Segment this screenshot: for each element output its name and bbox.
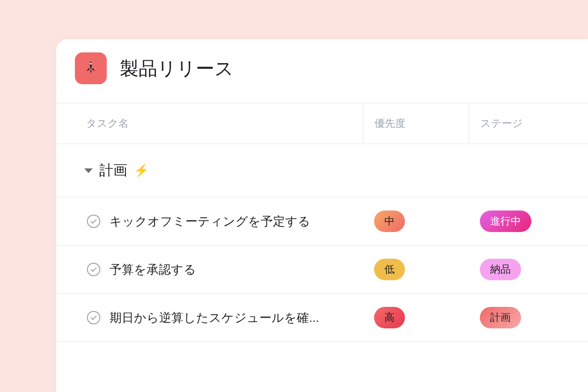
task-name-cell: 予算を承認する — [56, 261, 363, 278]
task-stage-cell: 納品 — [469, 259, 588, 280]
rocket-icon — [75, 52, 107, 84]
priority-badge[interactable]: 高 — [374, 307, 405, 328]
project-card: 製品リリース タスク名 優先度 ステージ 計画 ⚡ キックオフミーティングを予定… — [56, 39, 588, 392]
task-row[interactable]: 予算を承認する低納品 — [56, 246, 588, 294]
section-header[interactable]: 計画 ⚡ — [56, 144, 588, 197]
task-priority-cell: 低 — [363, 259, 469, 280]
task-name: 期日から逆算したスケジュールを確... — [110, 310, 319, 326]
task-priority-cell: 中 — [363, 211, 469, 232]
check-circle-icon[interactable] — [86, 214, 101, 229]
task-stage-cell: 進行中 — [469, 211, 588, 232]
project-header: 製品リリース — [56, 39, 588, 103]
task-stage-cell: 計画 — [469, 307, 588, 328]
column-header-priority[interactable]: 優先度 — [363, 103, 469, 144]
bolt-icon: ⚡ — [134, 163, 149, 178]
check-circle-icon[interactable] — [86, 262, 101, 277]
table-header: タスク名 優先度 ステージ — [56, 103, 588, 144]
svg-point-3 — [88, 312, 100, 324]
stage-badge[interactable]: 進行中 — [480, 211, 531, 232]
svg-point-2 — [88, 263, 100, 276]
svg-point-1 — [88, 215, 100, 228]
task-row[interactable]: 期日から逆算したスケジュールを確...高計画 — [56, 294, 588, 342]
task-name: キックオフミーティングを予定する — [110, 213, 310, 230]
task-name: 予算を承認する — [110, 261, 196, 278]
caret-down-icon — [84, 168, 93, 173]
task-name-cell: 期日から逆算したスケジュールを確... — [56, 310, 363, 326]
section-title: 計画 — [99, 161, 127, 180]
check-circle-icon[interactable] — [86, 310, 101, 325]
stage-badge[interactable]: 計画 — [480, 307, 521, 328]
priority-badge[interactable]: 低 — [374, 259, 405, 280]
task-row[interactable]: キックオフミーティングを予定する中進行中 — [56, 197, 588, 246]
stage-badge[interactable]: 納品 — [480, 259, 521, 280]
task-priority-cell: 高 — [363, 307, 469, 328]
task-name-cell: キックオフミーティングを予定する — [56, 213, 363, 230]
project-title: 製品リリース — [120, 56, 234, 81]
column-header-stage[interactable]: ステージ — [469, 103, 588, 144]
priority-badge[interactable]: 中 — [374, 211, 405, 232]
column-header-name[interactable]: タスク名 — [56, 103, 363, 144]
task-list: キックオフミーティングを予定する中進行中予算を承認する低納品期日から逆算したスケ… — [56, 197, 588, 342]
svg-point-0 — [90, 63, 92, 65]
